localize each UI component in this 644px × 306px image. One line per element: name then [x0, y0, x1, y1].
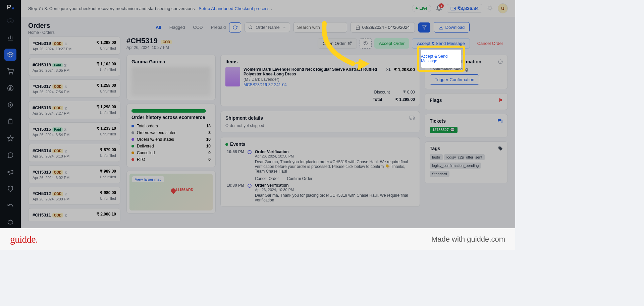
order-card[interactable]: #CH5318Paid⧖Apr 26, 2024, 8:05 PM₹ 1,102… [28, 58, 120, 76]
view-larger-map-link[interactable]: View larger map [132, 176, 164, 182]
tickets-card: Tickets 12788527 💬 [425, 114, 508, 137]
map-placeholder[interactable]: View larger map 11156ARD [129, 174, 213, 210]
nav-payments[interactable] [4, 82, 16, 94]
wallet-balance[interactable]: ₹3,826.34 [447, 4, 483, 13]
customer-name: Garima Garima [131, 59, 211, 64]
wallet-icon [450, 6, 456, 11]
theme-toggle[interactable] [487, 5, 493, 12]
aim-icon [7, 102, 14, 108]
banner-link[interactable]: Setup Abandoned Checkout process [199, 6, 269, 11]
order-card[interactable]: #CH5315Paid⧖Apr 26, 2024, 6:54 PM₹ 1,233… [28, 122, 120, 140]
tag-chip[interactable]: Standard [430, 171, 449, 177]
svg-marker-17 [358, 59, 370, 70]
refresh-button[interactable] [229, 22, 241, 33]
nav-chat[interactable] [4, 149, 16, 161]
nav-announce[interactable] [4, 166, 16, 178]
svg-point-11 [249, 25, 252, 28]
banner-text: Step 7 / 8: Configure your checkout reco… [28, 6, 197, 11]
history-card: Order history across ecommerce Total ord… [126, 104, 216, 167]
svg-marker-13 [422, 25, 426, 29]
nav-location[interactable] [4, 99, 16, 111]
accept-order-button[interactable]: Accept Order [374, 38, 410, 49]
nav-piggy[interactable] [4, 216, 16, 228]
trigger-confirmation-button[interactable]: Trigger Confirmation [430, 74, 479, 85]
order-card[interactable]: #CH5317COD⧖Apr 26, 2024, 7:54 PM₹ 1,258.… [28, 79, 120, 98]
tag-icon[interactable] [498, 146, 503, 151]
svg-point-10 [489, 7, 491, 9]
tab-cod[interactable]: COD [193, 25, 203, 30]
notif-count: 3 [439, 3, 444, 8]
item-thumbnail [225, 67, 240, 86]
filter-button[interactable] [418, 22, 430, 33]
search-field-select[interactable]: Order Name [245, 22, 290, 32]
history-row: Delivered10 [131, 143, 211, 149]
tag-chip[interactable]: fastrr [430, 154, 443, 160]
sidebar: P « [0, 0, 21, 228]
svg-point-0 [9, 74, 10, 74]
check-circle-icon [498, 59, 503, 64]
guidde-logo: guidde. [10, 234, 38, 245]
shipment-status: Order not yet shipped [225, 123, 415, 128]
cart-icon [7, 68, 14, 75]
truck-icon [410, 115, 415, 121]
user-avatar[interactable]: U [498, 3, 508, 13]
star-icon [7, 135, 14, 142]
download-button[interactable]: Download [434, 22, 470, 33]
svg-rect-14 [410, 116, 413, 119]
history-progress [131, 109, 206, 113]
dollar-icon [7, 85, 14, 91]
order-card[interactable]: #CH5311COD⧖₹ 2,088.10 [28, 208, 120, 221]
svg-point-7 [8, 220, 13, 224]
shield-icon [7, 185, 14, 192]
tag-chip[interactable]: logisy_c2p_offer_sent [444, 154, 485, 160]
tab-flagged[interactable]: Flagged [169, 25, 185, 30]
nav-star[interactable] [4, 132, 16, 144]
tab-prepaid[interactable]: Prepaid [211, 25, 226, 30]
history-title: Order history across ecommerce [131, 115, 211, 120]
highlight-box: Accept & Send Message [417, 46, 465, 72]
nav-cart[interactable] [4, 65, 16, 77]
map-card: View larger map 11156ARD [126, 171, 216, 213]
chat-bubble-icon[interactable] [497, 118, 503, 124]
notifications-button[interactable]: 3 [436, 5, 442, 12]
nav-clipboard[interactable] [4, 116, 16, 128]
main-content: Step 7 / 8: Configure your checkout reco… [21, 0, 515, 228]
order-card[interactable]: #CH5316COD⧖Apr 26, 2024, 7:27 PM₹ 1,298.… [28, 101, 120, 119]
nav-orders[interactable] [4, 49, 16, 61]
tab-all[interactable]: All [156, 25, 161, 30]
sun-icon [487, 5, 493, 11]
order-card[interactable]: #CH5314COD⧖Apr 26, 2024, 6:10 PM₹ 879.00… [28, 144, 120, 162]
history-row: Cancelled0 [131, 149, 211, 156]
order-card[interactable]: #CH5312COD⧖Apr 26, 2024, 6:00 PM₹ 980.00… [28, 187, 120, 205]
svg-point-1 [12, 74, 13, 74]
item-sku[interactable]: MCSS23D16-32-241-04 [244, 82, 383, 87]
ticket-chip[interactable]: 12788527 💬 [430, 127, 458, 133]
nav-undo[interactable] [4, 199, 16, 211]
clipboard-icon [7, 118, 14, 125]
order-card[interactable]: #CH5313COD⧖Apr 26, 2024, 6:02 PM₹ 989.00… [28, 165, 120, 183]
history-row: Orders w/o end states3 [131, 129, 211, 136]
live-dot-icon [225, 143, 228, 146]
svg-point-15 [498, 60, 502, 64]
tags-card: Tags fastrrlogisy_c2p_offer_sentlogisy_c… [425, 141, 508, 183]
guidde-footer: guidde. Made with guidde.com [0, 228, 515, 250]
shipment-title: Shipment details [225, 115, 415, 121]
svg-marker-6 [8, 136, 13, 141]
detail-tag: COD [161, 40, 172, 44]
collapse-icon[interactable]: « [7, 18, 14, 23]
order-card[interactable]: #CH5319COD⧖Apr 26, 2024, 10:27 PM₹ 1,298… [28, 37, 120, 55]
cancel-order-button[interactable]: Cancel Order [473, 38, 508, 49]
made-with-text: Made with guidde.com [431, 235, 505, 244]
flag-icon[interactable]: ⚑ [498, 98, 503, 103]
chart-icon [7, 35, 14, 41]
shipment-card: Shipment details Order not yet shipped [220, 111, 420, 132]
annotation-arrow [319, 20, 376, 74]
nav-dashboard[interactable] [4, 32, 16, 44]
search-icon [248, 25, 253, 30]
events-card: Events 10:58 PMOrder VerificationApr 26,… [220, 137, 420, 207]
top-banner: Step 7 / 8: Configure your checkout reco… [21, 0, 515, 17]
nav-shield[interactable] [4, 183, 16, 195]
refresh-icon [233, 25, 237, 30]
filter-tabs: All Flagged COD Prepaid [156, 25, 226, 30]
tag-chip[interactable]: logisy_confirmation_pending [430, 163, 481, 169]
